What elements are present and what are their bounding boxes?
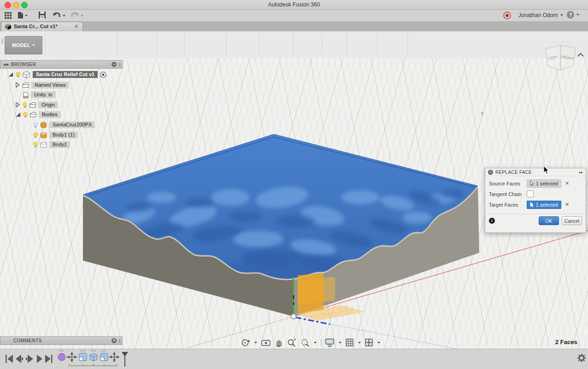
sketch-plane-vertical[interactable] bbox=[298, 273, 323, 313]
browser-item-origin[interactable]: Origin bbox=[16, 101, 58, 109]
expand-toggle-icon[interactable] bbox=[16, 102, 20, 107]
pan-tool-icon[interactable] bbox=[275, 339, 283, 347]
document-tab[interactable]: Santa Cr... Cut v1* ✕ bbox=[1, 22, 83, 32]
browser-item-units[interactable]: Units: in bbox=[23, 91, 56, 99]
browser-resize-grip[interactable]: ‖ bbox=[118, 62, 121, 67]
user-menu[interactable]: Jonathan Odom bbox=[518, 12, 563, 18]
timeline-combine-feature-2[interactable] bbox=[100, 353, 108, 361]
visibility-bulb-icon[interactable] bbox=[33, 122, 38, 128]
timeline-form-feature[interactable] bbox=[58, 353, 65, 361]
browser-item-label[interactable]: Units: in bbox=[31, 91, 56, 98]
comments-expand-icon[interactable]: + bbox=[112, 338, 117, 343]
activate-radio-icon[interactable] bbox=[100, 71, 106, 78]
comments-panel-title: COMMENTS bbox=[13, 338, 112, 343]
look-at-icon[interactable] bbox=[261, 339, 270, 346]
origin-point[interactable] bbox=[291, 314, 296, 319]
expand-toggle-icon[interactable] bbox=[16, 112, 21, 117]
replace-face-dialog: − REPLACE FACE ▸▸ Source Faces 1 selecte… bbox=[485, 168, 586, 233]
timeline-go-end-button[interactable] bbox=[45, 355, 53, 363]
target-clear-icon[interactable]: ✕ bbox=[565, 202, 569, 208]
display-settings-icon[interactable] bbox=[325, 339, 335, 347]
timeline-bar bbox=[0, 349, 588, 369]
browser-item-label[interactable]: Body2 bbox=[49, 141, 70, 148]
timeline-play-button[interactable] bbox=[37, 355, 42, 363]
browser-item-label[interactable]: Bodies bbox=[39, 111, 61, 118]
undo-menu-caret[interactable] bbox=[63, 15, 65, 17]
viewports-icon[interactable] bbox=[365, 339, 373, 347]
dialog-drag-grip[interactable]: ‖ bbox=[481, 111, 483, 116]
browser-item-bodies[interactable]: Bodies bbox=[16, 111, 61, 119]
comments-resize-grip[interactable]: ‖ bbox=[118, 338, 121, 344]
source-clear-icon[interactable]: ✕ bbox=[565, 180, 569, 186]
folder-icon bbox=[23, 82, 29, 88]
visibility-bulb-icon[interactable] bbox=[16, 72, 20, 77]
timeline-features bbox=[57, 350, 131, 369]
visibility-bulb-icon[interactable] bbox=[33, 142, 38, 148]
browser-item-label[interactable]: Origin bbox=[38, 101, 58, 108]
viewcube[interactable]: LEFT FRONT bbox=[539, 39, 585, 80]
ribbon-grip[interactable]: ‖ bbox=[1, 38, 4, 45]
visibility-bulb-icon[interactable] bbox=[33, 132, 38, 138]
component-cube-icon bbox=[23, 71, 30, 78]
navigation-bar bbox=[241, 338, 380, 348]
timeline-position-marker[interactable] bbox=[122, 352, 128, 367]
browser-item-label[interactable]: Body1 (1) bbox=[49, 131, 78, 138]
source-faces-selection[interactable]: 1 selected bbox=[527, 179, 561, 188]
file-menu-caret[interactable] bbox=[25, 15, 28, 17]
folder-icon bbox=[29, 102, 36, 108]
browser-item-body2[interactable]: Body2 bbox=[33, 141, 70, 149]
tangent-chain-checkbox[interactable] bbox=[527, 190, 534, 197]
expand-toggle-icon[interactable] bbox=[8, 72, 13, 77]
ok-button[interactable]: OK bbox=[539, 216, 559, 225]
cursor-icon bbox=[530, 202, 534, 208]
help-menu[interactable]: ? bbox=[567, 11, 579, 18]
orbit-tool-icon[interactable] bbox=[241, 339, 250, 347]
help-menu-caret bbox=[576, 14, 579, 16]
browser-minimize-icon[interactable]: − bbox=[112, 62, 117, 67]
timeline-move-feature[interactable] bbox=[67, 352, 76, 362]
undo-icon[interactable] bbox=[53, 12, 61, 18]
body-orange-icon bbox=[40, 132, 47, 138]
tab-close-icon[interactable]: ✕ bbox=[74, 24, 78, 30]
record-icon[interactable] bbox=[503, 12, 511, 19]
zoom-tool-icon[interactable] bbox=[287, 339, 296, 347]
browser-collapse-icon[interactable]: ◀◀ bbox=[3, 63, 8, 66]
visibility-bulb-icon[interactable] bbox=[23, 112, 28, 118]
help-icon: ? bbox=[567, 11, 574, 18]
redo-icon[interactable] bbox=[71, 12, 79, 18]
workspace-selector[interactable]: MODEL bbox=[5, 36, 42, 54]
browser-root-label[interactable]: Santa Cruz Relief Cut v1 bbox=[33, 71, 98, 78]
browser-item-label[interactable]: Named Views bbox=[31, 82, 69, 89]
comments-panel-header: COMMENTS + ‖ bbox=[0, 336, 123, 345]
timeline-body-feature[interactable] bbox=[90, 353, 97, 361]
file-icon[interactable] bbox=[18, 12, 24, 19]
dialog-info-icon[interactable]: i bbox=[489, 218, 495, 224]
timeline-go-start-button[interactable] bbox=[6, 355, 13, 363]
timeline-step-forward-button[interactable] bbox=[26, 355, 33, 363]
dialog-expand-icon[interactable]: ▸▸ bbox=[579, 170, 583, 174]
fit-view-icon[interactable] bbox=[300, 339, 310, 347]
expand-toggle-icon[interactable] bbox=[16, 83, 20, 88]
timeline-move-feature-2[interactable] bbox=[110, 352, 119, 362]
cancel-button[interactable]: Cancel bbox=[562, 216, 582, 225]
save-icon[interactable] bbox=[39, 12, 46, 18]
visibility-bulb-icon[interactable] bbox=[23, 102, 27, 108]
timeline-combine-feature-1[interactable] bbox=[79, 353, 87, 361]
browser-item-body1[interactable]: Body1 (1) bbox=[33, 131, 78, 139]
source-faces-label: Source Faces bbox=[489, 181, 527, 186]
grid-settings-icon[interactable] bbox=[346, 339, 354, 347]
redo-menu-caret[interactable] bbox=[81, 15, 83, 17]
dialog-title: REPLACE FACE bbox=[495, 169, 577, 175]
browser-item-santacruz200px[interactable]: SantaCruz200PX bbox=[33, 121, 95, 129]
document-tabstrip bbox=[0, 21, 588, 31]
browser-root-row[interactable]: Santa Cruz Relief Cut v1 bbox=[8, 71, 106, 78]
browser-item-label[interactable]: SantaCruz200PX bbox=[49, 121, 95, 128]
dialog-collapse-icon[interactable]: − bbox=[488, 170, 493, 175]
viewport-canvas[interactable]: LEFT FRONT 2 Faces ◀◀ BROWSER − ‖ bbox=[0, 58, 588, 349]
target-faces-selection[interactable]: 1 selected bbox=[527, 201, 561, 209]
browser-item-named-views[interactable]: Named Views bbox=[16, 81, 69, 89]
tangent-chain-label: Tangent Chain bbox=[489, 191, 527, 197]
timeline-step-back-button[interactable] bbox=[16, 355, 23, 363]
settings-gear-icon[interactable] bbox=[577, 353, 586, 363]
app-grid-icon[interactable] bbox=[5, 12, 12, 19]
